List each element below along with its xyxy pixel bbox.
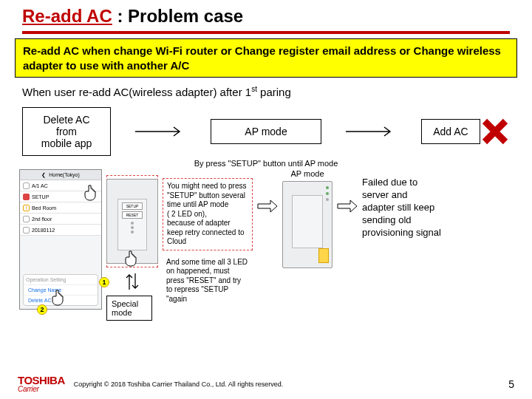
phone-row: 2nd floor [20,214,101,225]
adapter-apmode-mockup [282,181,332,268]
sticker-icon [318,248,329,263]
subheading-post: paring [257,86,291,98]
subheading-sup: st [251,85,257,93]
step-badge-2: 2 [37,304,47,315]
flow-step-delete: Delete AC from mobile app [22,107,111,156]
outline-arrow-icon [337,169,358,214]
phone-header: ❮Home(Tokyo) [20,170,101,180]
flow-caption: By press "SETUP" button until AP mode [0,159,532,168]
hand-icon [83,184,98,202]
popup-heading: Operation Setting [24,275,98,284]
flow-step-apmode: AP mode [211,119,321,144]
page-title: Re-add AC : Problem case [22,6,510,27]
logo-carrier: Carrier [18,386,65,393]
failure-text: Failed due to server and adapter still k… [362,169,442,239]
adapter-setup-btn: SETUP [122,202,143,210]
adapter-setup-box: SETUP RESET [106,175,158,267]
footer: TOSHIBA Carrier Copyright © 2018 Toshiba… [0,375,532,393]
adapter-reset-btn: RESET [122,211,143,219]
special-mode-box: Special mode [106,296,152,321]
arrow-icon [111,125,211,138]
title-rest: : Problem case [112,6,243,26]
logo: TOSHIBA Carrier [18,375,65,393]
title-highlight: Re-add AC [22,6,112,26]
ap-mode-label: AP mode [290,169,324,178]
explain-text-2: And some time all 3 LED on happened, mus… [163,258,253,304]
step-badge-1: 1 [99,277,109,287]
title-underline [22,31,510,34]
subheading: When user re-add AC(wireless adapter) af… [22,85,510,98]
explain-text-1: You might need to press "SETUP" button s… [163,178,253,250]
hand-icon [123,250,138,267]
highlight-note: Re-add AC when change Wi-Fi router or Ch… [15,38,517,78]
flow-step-addac: Add AC [421,119,480,144]
phone-row: !Bed Room [20,202,101,214]
copyright-text: Copyright © 2018 Toshiba Carrier Thailan… [74,381,283,388]
flow-row: Delete AC from mobile app AP mode Add AC [22,107,510,156]
outline-arrow-icon [257,169,278,214]
arrow-icon [321,125,421,138]
phone-row: 20180112 [20,225,101,236]
up-down-arrow-icon [106,272,158,291]
cross-icon [480,117,510,146]
subheading-pre: When user re-add AC(wireless adapter) af… [22,86,251,98]
logo-toshiba: TOSHIBA [18,375,65,386]
hand-icon [50,289,65,307]
page-number: 5 [508,378,514,390]
